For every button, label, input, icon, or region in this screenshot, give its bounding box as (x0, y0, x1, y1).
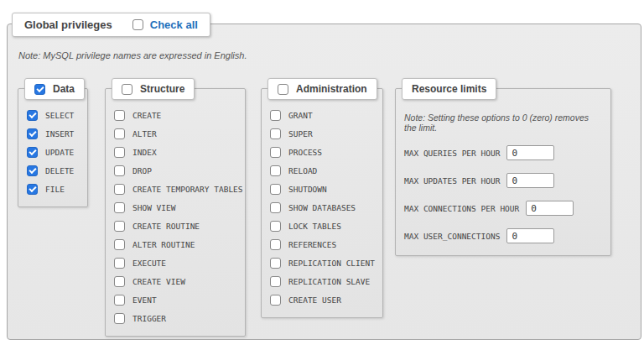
max-updates-input[interactable] (506, 173, 554, 188)
privilege-row[interactable]: SUPER (270, 124, 374, 143)
privilege-checkbox[interactable] (27, 128, 38, 139)
privilege-checkbox[interactable] (114, 202, 125, 213)
privilege-row[interactable]: ALTER (114, 124, 236, 143)
privilege-label: CREATE USER (288, 295, 341, 305)
privilege-row[interactable]: RELOAD (270, 161, 374, 180)
privilege-row[interactable]: DELETE (27, 161, 79, 180)
privilege-label: REPLICATION SLAVE (288, 277, 370, 286)
privilege-label: SHUTDOWN (288, 185, 327, 194)
privilege-checkbox[interactable] (114, 165, 125, 176)
privilege-checkbox[interactable] (114, 221, 125, 232)
privilege-row[interactable]: UPDATE (27, 143, 79, 161)
privilege-label: UPDATE (45, 148, 74, 157)
group-data-checkbox[interactable] (34, 84, 45, 95)
privilege-label: CREATE TEMPORARY TABLES (132, 185, 243, 194)
group-structure-legend[interactable]: Structure (112, 78, 195, 100)
privilege-row[interactable]: TRIGGER (114, 309, 236, 327)
privilege-row[interactable]: GRANT (270, 106, 374, 124)
privilege-label: CREATE VIEW (132, 277, 185, 286)
privilege-checkbox[interactable] (270, 221, 281, 232)
group-administration-legend[interactable]: Administration (267, 78, 377, 100)
privilege-checkbox[interactable] (27, 184, 38, 195)
check-all-label[interactable]: Check all (150, 18, 198, 31)
privilege-checkbox[interactable] (114, 295, 125, 306)
privilege-row[interactable]: SHOW DATABASES (270, 198, 374, 217)
global-privileges-panel: Global privileges Check all Note: MySQL … (7, 24, 641, 340)
privilege-checkbox[interactable] (114, 313, 125, 324)
privilege-row[interactable]: SHOW VIEW (114, 198, 236, 217)
privilege-checkbox[interactable] (270, 110, 281, 121)
privilege-checkbox[interactable] (114, 258, 125, 269)
privilege-label: SHOW DATABASES (288, 203, 356, 212)
privilege-label: ALTER ROUTINE (132, 240, 195, 249)
privilege-label: CREATE (132, 111, 161, 120)
privilege-row[interactable]: SHUTDOWN (270, 180, 374, 198)
group-structure: Structure CREATE ALTER INDEX DROP CREATE… (105, 88, 246, 337)
privilege-checkbox[interactable] (270, 184, 281, 195)
privilege-row[interactable]: INSERT (27, 124, 79, 143)
global-privileges-legend: Global privileges Check all (12, 13, 210, 37)
group-data-label: Data (53, 83, 75, 95)
privilege-label: FILE (45, 185, 65, 194)
resource-limit-row: MAX USER_CONNECTIONS (404, 228, 602, 243)
privileges-note: Note: MySQL privilege names are expresse… (18, 50, 641, 60)
privilege-row[interactable]: EXECUTE (114, 254, 236, 272)
privilege-row[interactable]: REFERENCES (270, 235, 374, 254)
privilege-checkbox[interactable] (270, 128, 281, 139)
group-administration-label: Administration (296, 83, 367, 95)
privilege-label: RELOAD (288, 166, 317, 175)
privilege-row[interactable]: SELECT (27, 106, 79, 124)
max-user-connections-input[interactable] (506, 228, 554, 243)
privilege-row[interactable]: CREATE ROUTINE (114, 217, 236, 235)
privilege-checkbox[interactable] (114, 184, 125, 195)
privilege-row[interactable]: PROCESS (270, 143, 374, 161)
resource-limit-row: MAX QUERIES PER HOUR (404, 145, 602, 160)
privilege-row[interactable]: ALTER ROUTINE (114, 235, 236, 254)
privilege-checkbox[interactable] (270, 258, 281, 269)
privilege-row[interactable]: REPLICATION CLIENT (270, 254, 374, 272)
privilege-row[interactable]: CREATE USER (270, 290, 374, 309)
max-connections-input[interactable] (526, 201, 574, 216)
privilege-checkbox[interactable] (114, 128, 125, 139)
privilege-checkbox[interactable] (114, 239, 125, 250)
privilege-label: SUPER (288, 129, 313, 139)
privilege-row[interactable]: REPLICATION SLAVE (270, 272, 374, 290)
privilege-checkbox[interactable] (27, 165, 38, 176)
privilege-row[interactable]: CREATE (114, 106, 236, 124)
check-all-checkbox[interactable] (132, 19, 143, 30)
privilege-checkbox[interactable] (114, 276, 125, 287)
privilege-checkbox[interactable] (27, 110, 38, 121)
privilege-label: EVENT (132, 295, 157, 305)
max-queries-input[interactable] (506, 145, 554, 160)
privilege-checkbox[interactable] (114, 110, 125, 121)
privilege-checkbox[interactable] (270, 276, 281, 287)
privilege-checkbox[interactable] (270, 202, 281, 213)
privilege-columns: Data SELECT INSERT UPDATE DELETE FILE (18, 88, 641, 337)
privilege-row[interactable]: CREATE VIEW (114, 272, 236, 290)
group-administration-checkbox[interactable] (278, 84, 288, 95)
privilege-row[interactable]: CREATE TEMPORARY TABLES (114, 180, 236, 198)
group-data-legend[interactable]: Data (24, 78, 85, 100)
privilege-checkbox[interactable] (270, 147, 281, 158)
privilege-label: SHOW VIEW (132, 203, 175, 212)
privilege-checkbox[interactable] (270, 295, 281, 306)
privilege-row[interactable]: FILE (27, 180, 79, 198)
privilege-checkbox[interactable] (270, 239, 281, 250)
privilege-label: REPLICATION CLIENT (288, 259, 375, 268)
privilege-label: TRIGGER (132, 314, 166, 323)
group-structure-checkbox[interactable] (122, 84, 132, 95)
privilege-row[interactable]: DROP (114, 161, 236, 180)
privilege-label: CREATE ROUTINE (132, 222, 200, 231)
privilege-row[interactable]: INDEX (114, 143, 236, 161)
check-all-control[interactable]: Check all (132, 18, 198, 31)
privilege-checkbox[interactable] (270, 165, 281, 176)
privilege-checkbox[interactable] (114, 147, 125, 158)
privilege-row[interactable]: LOCK TABLES (270, 217, 374, 235)
privilege-checkbox[interactable] (27, 147, 38, 158)
privilege-label: DROP (132, 166, 152, 175)
privilege-row[interactable]: EVENT (114, 290, 236, 309)
resource-limits-note: Note: Setting these options to 0 (zero) … (404, 112, 602, 133)
resource-limit-row: MAX CONNECTIONS PER HOUR (404, 201, 602, 216)
resource-limits-label: Resource limits (412, 83, 486, 95)
page-title: Global privileges (24, 18, 112, 31)
